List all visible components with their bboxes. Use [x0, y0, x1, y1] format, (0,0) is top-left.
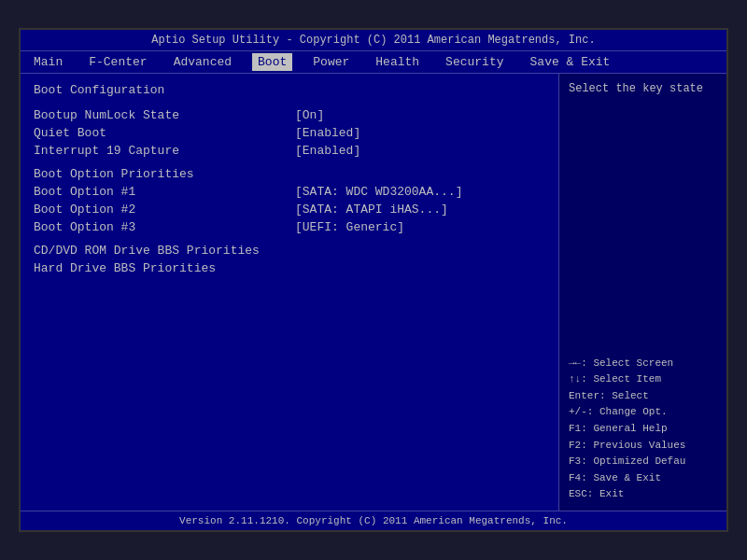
key-hint-f2: F2: Previous Values [569, 438, 717, 455]
row-interrupt19: Interrupt 19 Capture [Enabled] [34, 144, 545, 158]
title-bar: Aptio Setup Utility - Copyright (C) 2011… [21, 30, 726, 51]
label-boot1: Boot Option #1 [34, 185, 295, 199]
menu-health[interactable]: Health [370, 53, 425, 71]
label-interrupt19: Interrupt 19 Capture [34, 144, 295, 158]
value-boot2[interactable]: [SATA: ATAPI iHAS...] [295, 203, 448, 217]
menu-fcenter[interactable]: F-Center [83, 53, 152, 71]
menu-main[interactable]: Main [28, 53, 68, 71]
label-hdd[interactable]: Hard Drive BBS Priorities [34, 261, 295, 275]
row-boot1: Boot Option #1 [SATA: WDC WD3200AA...] [34, 185, 545, 199]
label-boot2: Boot Option #2 [34, 203, 295, 217]
main-content: Boot Configuration Bootup NumLock State … [21, 74, 558, 511]
key-hint-change: +/-: Change Opt. [569, 404, 717, 421]
key-hint-enter: Enter: Select [569, 388, 717, 405]
row-boot2: Boot Option #2 [SATA: ATAPI iHAS...] [34, 203, 545, 217]
key-hint-f4: F4: Save & Exit [569, 470, 717, 487]
value-interrupt19[interactable]: [Enabled] [295, 144, 360, 158]
value-boot1[interactable]: [SATA: WDC WD3200AA...] [295, 185, 462, 199]
footer-text: Version 2.11.1210. Copyright (C) 2011 Am… [179, 515, 568, 526]
label-numlock: Bootup NumLock State [34, 108, 295, 122]
key-hint-f3: F3: Optimized Defau [569, 454, 717, 470]
label-cddvd[interactable]: CD/DVD ROM Drive BBS Priorities [34, 244, 295, 258]
menu-power[interactable]: Power [307, 53, 355, 71]
menu-security[interactable]: Security [440, 53, 509, 71]
sidebar-keys: →←: Select Screen ↑↓: Select Item Enter:… [569, 356, 717, 503]
menu-boot[interactable]: Boot [252, 53, 292, 71]
label-quiet-boot: Quiet Boot [34, 126, 295, 140]
menu-advanced[interactable]: Advanced [168, 53, 237, 71]
bios-screen: Aptio Setup Utility - Copyright (C) 2011… [19, 28, 728, 532]
key-hint-esc: ESC: Exit [569, 486, 717, 503]
section-title: Boot Configuration [34, 83, 545, 97]
value-numlock[interactable]: [On] [295, 108, 324, 122]
key-hint-f1: F1: General Help [569, 421, 717, 438]
drives-section: CD/DVD ROM Drive BBS Priorities Hard Dri… [34, 244, 545, 275]
priorities-section: Boot Option Priorities Boot Option #1 [S… [34, 167, 545, 234]
title-text: Aptio Setup Utility - Copyright (C) 2011… [151, 34, 595, 47]
sidebar-help: Select the key state [569, 81, 717, 97]
row-quiet-boot: Quiet Boot [Enabled] [34, 126, 545, 140]
row-hdd: Hard Drive BBS Priorities [34, 261, 545, 275]
content-area: Boot Configuration Bootup NumLock State … [21, 74, 726, 511]
row-boot3: Boot Option #3 [UEFI: Generic] [34, 220, 545, 234]
footer: Version 2.11.1210. Copyright (C) 2011 Am… [21, 511, 726, 530]
row-cddvd: CD/DVD ROM Drive BBS Priorities [34, 244, 545, 258]
key-hint-item: ↑↓: Select Item [569, 371, 717, 388]
value-quiet-boot[interactable]: [Enabled] [295, 126, 360, 140]
row-numlock: Bootup NumLock State [On] [34, 108, 545, 122]
row-priorities-title: Boot Option Priorities [34, 167, 545, 181]
value-boot3[interactable]: [UEFI: Generic] [295, 220, 404, 234]
key-hint-screen: →←: Select Screen [569, 356, 717, 372]
label-boot3: Boot Option #3 [34, 220, 295, 234]
menu-bar: Main F-Center Advanced Boot Power Health… [21, 51, 726, 74]
sidebar: Select the key state →←: Select Screen ↑… [558, 74, 726, 511]
menu-save-exit[interactable]: Save & Exit [525, 53, 616, 71]
label-priorities-title: Boot Option Priorities [34, 167, 295, 181]
